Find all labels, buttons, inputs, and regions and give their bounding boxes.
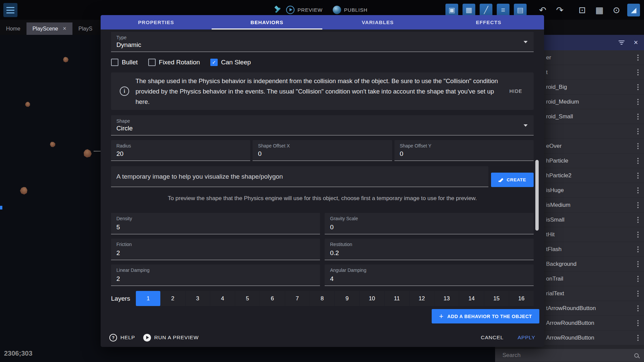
layer-button-8[interactable]: 8 (310, 291, 335, 306)
editor-tab-plays[interactable]: PlayS (72, 22, 99, 35)
item-menu-icon[interactable] (637, 128, 639, 134)
layer-buttons: 12345678910111213141516 (136, 291, 534, 306)
checkbox-bullet[interactable]: Bullet (111, 59, 138, 66)
layer-button-9[interactable]: 9 (335, 291, 360, 306)
item-menu-icon[interactable] (637, 114, 639, 120)
item-menu-icon[interactable] (637, 232, 639, 238)
shape-select[interactable]: Shape Circle (111, 115, 534, 135)
filter-icon[interactable] (618, 41, 625, 45)
redo-icon[interactable]: ↷ (553, 4, 566, 16)
menu-icon[interactable] (3, 3, 17, 17)
item-menu-icon[interactable] (637, 276, 639, 282)
close-tab-icon[interactable]: × (63, 25, 66, 32)
item-menu-icon[interactable] (637, 217, 639, 223)
checkbox-can-sleep[interactable]: ✓Can Sleep (210, 59, 251, 66)
help-button[interactable]: ? HELP (109, 334, 135, 342)
tab-label: PlayScene (33, 26, 58, 32)
grid-icon[interactable]: ▦ (593, 4, 606, 16)
capture-icon[interactable]: ⊡ (576, 4, 589, 16)
layer-button-14[interactable]: 14 (459, 291, 484, 306)
app-window: PREVIEW PUBLISH ▣▦╱≡▤↶↷⊡▦⊙◢ HomePlayScen… (0, 0, 644, 362)
search-input[interactable] (502, 352, 632, 359)
close-panel-icon[interactable]: × (634, 39, 638, 46)
item-menu-icon[interactable] (637, 187, 639, 193)
layer-button-6[interactable]: 6 (260, 291, 285, 306)
hide-button[interactable]: HIDE (509, 88, 522, 94)
item-menu-icon[interactable] (637, 291, 639, 297)
dialog-tab-effects[interactable]: EFFECTS (433, 15, 544, 29)
layer-button-12[interactable]: 12 (410, 291, 434, 306)
field-shape-offset-x[interactable]: Shape Offset X0 (253, 140, 392, 161)
apply-button[interactable]: APPLY (518, 335, 535, 341)
instances-icon[interactable]: ▦ (463, 4, 475, 16)
temp-image-field[interactable]: A temporary image to help you visualize … (111, 166, 488, 187)
field-radius[interactable]: Radius20 (111, 140, 250, 161)
editor-tab-home[interactable]: Home (0, 22, 26, 35)
object-search-row (495, 349, 644, 362)
layer-button-4[interactable]: 4 (210, 291, 235, 306)
layers-label: Layers (111, 295, 136, 302)
layer-button-7[interactable]: 7 (285, 291, 310, 306)
checkbox-fixed-rotation[interactable]: Fixed Rotation (148, 59, 200, 66)
dialog-body: Type Dynamic BulletFixed Rotation✓Can Sl… (101, 32, 544, 306)
temp-image-placeholder: A temporary image to help you visualize … (116, 173, 483, 180)
field-gravity-scale[interactable]: Gravity Scale0 (325, 213, 534, 234)
dialog-tab-variables[interactable]: VARIABLES (322, 15, 433, 29)
minimap-icon[interactable]: ◢ (627, 4, 640, 16)
item-menu-icon[interactable] (637, 99, 639, 105)
zoom-icon[interactable]: ⊙ (610, 4, 623, 16)
field-angular-damping[interactable]: Angular Damping4 (325, 264, 534, 286)
undo-icon[interactable]: ↶ (536, 4, 549, 16)
object-name: tArrowRoundButton (546, 305, 596, 312)
item-menu-icon[interactable] (637, 335, 639, 341)
layers-icon[interactable]: ▤ (514, 4, 527, 16)
dot (637, 131, 639, 132)
selection-handle[interactable] (0, 206, 2, 209)
cancel-button[interactable]: CANCEL (481, 335, 503, 341)
run-preview-button[interactable]: RUN A PREVIEW (143, 334, 199, 342)
layer-button-1[interactable]: 1 (136, 291, 160, 306)
layer-button-13[interactable]: 13 (434, 291, 459, 306)
item-menu-icon[interactable] (637, 158, 639, 164)
build-icon[interactable] (273, 6, 282, 14)
item-menu-icon[interactable] (637, 84, 639, 90)
item-menu-icon[interactable] (637, 305, 639, 311)
layers-row: Layers 12345678910111213141516 (111, 291, 534, 306)
dialog-scrollbar[interactable] (535, 160, 539, 231)
edit-scene-icon[interactable]: ╱ (480, 4, 492, 16)
item-menu-icon[interactable] (637, 202, 639, 208)
type-select[interactable]: Type Dynamic (111, 32, 534, 52)
dot (637, 249, 639, 250)
layer-button-16[interactable]: 16 (509, 291, 534, 306)
field-shape-offset-y[interactable]: Shape Offset Y0 (394, 140, 534, 161)
field-linear-damping[interactable]: Linear Damping2 (111, 264, 320, 286)
object-name: tFlash (546, 246, 561, 253)
item-menu-icon[interactable] (637, 55, 639, 61)
editor-tab-playscene[interactable]: PlayScene× (26, 22, 72, 35)
field-density[interactable]: Density5 (111, 213, 320, 234)
item-menu-icon[interactable] (637, 143, 639, 149)
item-menu-icon[interactable] (637, 320, 639, 326)
field-restitution[interactable]: Restitution0.2 (325, 239, 534, 260)
field-friction[interactable]: Friction2 (111, 239, 320, 260)
layer-button-3[interactable]: 3 (185, 291, 210, 306)
item-menu-icon[interactable] (637, 173, 639, 179)
dialog-tab-bar: PROPERTIESBEHAVIORSVARIABLESEFFECTS (101, 15, 544, 29)
physics-param-row: Linear Damping2Angular Damping4 (111, 264, 534, 286)
layer-button-11[interactable]: 11 (385, 291, 410, 306)
dialog-tab-behaviors[interactable]: BEHAVIORS (212, 15, 323, 29)
preview-button[interactable]: PREVIEW (286, 6, 323, 14)
layer-button-10[interactable]: 10 (360, 291, 384, 306)
events-list-icon[interactable]: ≡ (497, 4, 509, 16)
layer-button-15[interactable]: 15 (484, 291, 509, 306)
item-menu-icon[interactable] (637, 261, 639, 267)
item-menu-icon[interactable] (637, 69, 639, 75)
layer-button-5[interactable]: 5 (235, 291, 260, 306)
add-behavior-button[interactable]: + ADD A BEHAVIOR TO THE OBJECT (432, 309, 539, 323)
object-icon[interactable]: ▣ (445, 4, 458, 16)
create-button[interactable]: CREATE (491, 173, 534, 187)
layer-button-2[interactable]: 2 (160, 291, 185, 306)
item-menu-icon[interactable] (637, 246, 639, 252)
publish-button[interactable]: PUBLISH (333, 6, 368, 14)
dialog-tab-properties[interactable]: PROPERTIES (101, 15, 212, 29)
